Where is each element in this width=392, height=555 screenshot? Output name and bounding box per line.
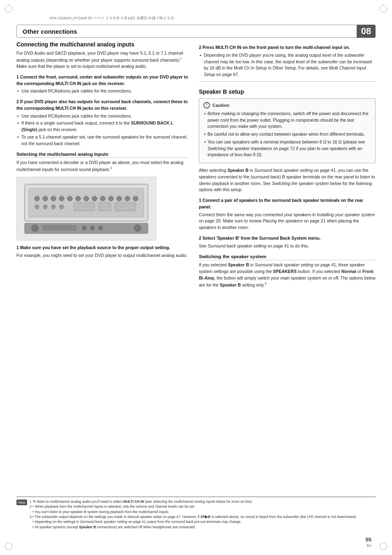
caution-icon: ! — [203, 102, 210, 109]
caution-label: Caution — [212, 103, 229, 108]
svg-point-26 — [82, 226, 86, 230]
file-info: VSX-1018AH_HY.book 55 ページ ２０８年４月16日 水曜日 … — [49, 16, 174, 21]
caution-box: ! Caution Before making or changing the … — [199, 98, 376, 163]
switching-heading: Switching the speaker system — [199, 254, 376, 260]
footnotes-bar: Note 1 To listen to multichannel analog … — [16, 497, 376, 530]
svg-point-7 — [76, 196, 81, 201]
step1-speaker-heading: 1 Connect a pair of speakers to the surr… — [199, 197, 376, 210]
caution-title: ! Caution — [203, 102, 371, 109]
svg-rect-19 — [74, 203, 95, 211]
svg-point-18 — [60, 205, 64, 209]
corner-mark-tr — [380, 5, 387, 12]
corner-mark-bl — [5, 543, 12, 550]
page-lang: En — [367, 543, 371, 548]
svg-point-16 — [43, 205, 47, 209]
svg-point-28 — [99, 226, 103, 230]
main-heading: Connecting the multichannel analog input… — [16, 41, 189, 48]
section-header-bar: Other connections — [16, 25, 376, 38]
svg-point-11 — [108, 196, 113, 201]
speaker-b-heading: Speaker B setup — [199, 88, 376, 95]
step-make-sure-text: For example, you might need to set your … — [16, 252, 189, 259]
chapter-number: 08 — [357, 25, 376, 38]
svg-point-17 — [51, 205, 55, 209]
step2-right-bullets: Depending on the DVD player you're using… — [199, 52, 376, 78]
svg-point-4 — [51, 196, 56, 201]
step-make-sure-heading: 1 Make sure you have set the playback so… — [16, 245, 189, 251]
svg-rect-25 — [43, 225, 76, 230]
caution-item-2: Be careful not to allow any contact betw… — [203, 131, 371, 138]
svg-point-9 — [92, 196, 97, 201]
footnote-2: 2 • When playback from the multichannel … — [30, 504, 357, 514]
svg-point-13 — [125, 196, 130, 201]
sub-section-text: If you have connected a decoder or a DVD… — [16, 160, 189, 173]
caution-item-1: Before making or changing the connection… — [203, 111, 371, 130]
svg-point-27 — [90, 226, 95, 230]
svg-point-15 — [35, 205, 39, 209]
step2-right-bullet-1: Depending on the DVD player you're using… — [199, 52, 376, 78]
step2-speaker-text: See Surround back speaker setting on pag… — [199, 243, 376, 250]
right-column: 2 Press MULTI CH IN on the front panel t… — [199, 41, 376, 530]
svg-rect-21 — [115, 203, 136, 211]
main-content: Connecting the multichannel analog input… — [16, 41, 376, 530]
sub-section-heading: Selecting the multichannel analog inputs — [16, 152, 189, 158]
footnotes-content: 1 To listen to multichannel analog audio… — [30, 499, 357, 530]
note-icon: Note — [16, 500, 27, 505]
step2-right-heading: 2 Press MULTI CH IN on the front panel t… — [199, 44, 376, 51]
step2-bullet-1: Use standard RCA/phono jack cables for t… — [16, 113, 189, 120]
step2-bullet-2: If there is a single surround back outpu… — [16, 120, 189, 133]
switching-text: If you selected Speaker B in Surround ba… — [199, 262, 376, 288]
svg-point-8 — [84, 196, 89, 201]
diagram-image: Front Panel Display Area — [16, 177, 156, 240]
svg-point-12 — [117, 196, 122, 201]
step1-bullets: Use standard RCA/phono jack cables for t… — [16, 88, 189, 95]
svg-rect-20 — [99, 203, 111, 211]
page-number: 55 — [366, 536, 371, 543]
section-title: Other connections — [23, 28, 77, 35]
svg-point-29 — [134, 225, 141, 231]
step2-bullets: Use standard RCA/phono jack cables for t… — [16, 113, 189, 147]
step2-speaker-heading: 2 Select 'Speaker B' from the Surround B… — [199, 235, 376, 242]
svg-point-10 — [100, 196, 105, 201]
left-column: Connecting the multichannel analog input… — [16, 41, 189, 530]
after-caution-text: After selecting Speaker B in Surround ba… — [199, 167, 376, 193]
svg-point-14 — [133, 196, 138, 201]
footnote-3: 3 • The subwoofer output depends on the … — [30, 514, 357, 530]
svg-point-6 — [67, 196, 72, 201]
step1-heading: 1 Connect the front, surround, center an… — [16, 74, 189, 87]
corner-mark-tl — [5, 5, 12, 12]
corner-mark-br — [380, 543, 387, 550]
step2-bullet-3: To use a 5.1-channel speaker set, use th… — [16, 134, 189, 147]
svg-point-24 — [32, 225, 38, 231]
note-box: Note 1 To listen to multichannel analog … — [16, 499, 376, 530]
receiver-svg: Front Panel Display Area — [21, 180, 152, 238]
section-divider — [199, 81, 376, 82]
step2-heading: 2 If your DVD player also has outputs fo… — [16, 99, 189, 112]
svg-point-5 — [59, 196, 64, 201]
step1-bullet-1: Use standard RCA/phono jack cables for t… — [16, 88, 189, 95]
svg-point-3 — [43, 196, 48, 201]
footnote-1: 1 To listen to multichannel analog audio… — [30, 499, 357, 504]
step1-speaker-text: Connect them the same way you connected … — [199, 212, 376, 231]
caution-item-3: You can use speakers with a nominal impe… — [203, 139, 371, 158]
intro-paragraph: For DVD Audio and SACD playback, your DV… — [16, 50, 189, 70]
svg-point-2 — [35, 196, 39, 201]
